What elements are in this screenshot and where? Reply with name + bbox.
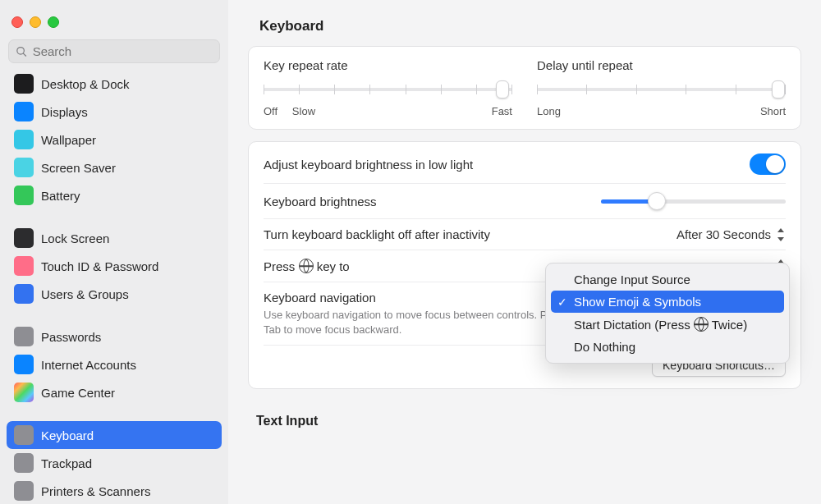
menu-item[interactable]: Change Input Source	[551, 268, 784, 291]
sidebar-item-keyboard[interactable]: Keyboard	[7, 421, 222, 449]
svg-point-0	[17, 47, 25, 54]
sidebar-item-printers-scanners[interactable]: Printers & Scanners	[7, 477, 222, 504]
keyboard-brightness-slider[interactable]	[601, 192, 786, 210]
text-input-header: Text Input	[228, 401, 821, 437]
window-controls	[0, 10, 228, 39]
displays-icon	[14, 102, 34, 121]
screensaver-icon	[14, 158, 34, 177]
row-backlight-off: Turn keyboard backlight off after inacti…	[264, 218, 786, 250]
users-icon	[14, 284, 34, 304]
row-keyboard-brightness: Keyboard brightness	[264, 183, 786, 218]
sidebar-item-lock-screen[interactable]: Lock Screen	[7, 224, 222, 252]
system-settings-window: Desktop & DockDisplaysWallpaperScreen Sa…	[0, 0, 821, 504]
globe-icon	[694, 317, 709, 332]
wallpaper-icon	[14, 130, 34, 149]
sidebar-item-screen-saver[interactable]: Screen Saver	[7, 153, 222, 181]
delay-slider[interactable]	[537, 80, 786, 99]
page-header: Keyboard	[228, 0, 821, 46]
menu-item[interactable]: Do Nothing	[551, 336, 784, 358]
key-repeat-label: Key repeat rate	[264, 58, 512, 72]
sidebar-item-label: Game Center	[41, 386, 115, 400]
menu-item[interactable]: ✓Show Emoji & Symbols	[551, 291, 784, 313]
sidebar-item-label: Users & Groups	[41, 287, 129, 301]
sidebar-item-battery[interactable]: Battery	[7, 181, 222, 209]
sidebar-item-label: Printers & Scanners	[41, 484, 150, 498]
sidebar-item-touch-id-password[interactable]: Touch ID & Password	[7, 252, 222, 280]
page-title: Keyboard	[259, 18, 821, 34]
check-icon: ✓	[557, 296, 567, 309]
gamecenter-icon	[14, 383, 34, 402]
sidebar-item-label: Internet Accounts	[41, 358, 136, 372]
sidebar-item-desktop-dock[interactable]: Desktop & Dock	[7, 70, 222, 98]
fullscreen-icon[interactable]	[48, 16, 59, 28]
sidebar-item-wallpaper[interactable]: Wallpaper	[7, 126, 222, 153]
sidebar-item-trackpad[interactable]: Trackpad	[7, 449, 222, 477]
backlight-off-dropdown[interactable]: After 30 Seconds	[677, 227, 786, 241]
desktop-dock-icon	[14, 74, 34, 94]
sidebar-item-label: Screen Saver	[41, 161, 116, 175]
search-input[interactable]	[33, 44, 213, 58]
label-off: Off	[264, 105, 277, 117]
lock-icon	[14, 228, 34, 248]
sidebar-item-label: Keyboard	[41, 428, 94, 442]
key-repeat-slider[interactable]	[264, 80, 512, 99]
sidebar-item-passwords[interactable]: Passwords	[7, 323, 222, 351]
label-long: Long	[537, 105, 561, 117]
label-fast: Fast	[492, 105, 512, 117]
sidebar: Desktop & DockDisplaysWallpaperScreen Sa…	[0, 0, 228, 504]
sidebar-item-displays[interactable]: Displays	[7, 98, 222, 126]
internet-icon	[14, 355, 34, 374]
sidebar-list: Desktop & DockDisplaysWallpaperScreen Sa…	[0, 70, 228, 504]
delay-column: Delay until repeat Long Short	[537, 58, 786, 117]
toggle-brightness-low-light[interactable]	[750, 153, 786, 175]
globe-key-menu[interactable]: Change Input Source✓Show Emoji & Symbols…	[545, 263, 790, 364]
trackpad-icon	[14, 453, 34, 473]
battery-icon	[14, 186, 34, 205]
search-field[interactable]	[8, 39, 220, 63]
touchid-icon	[14, 256, 34, 276]
sidebar-item-label: Lock Screen	[41, 231, 109, 245]
sidebar-item-label: Desktop & Dock	[41, 77, 130, 91]
menu-item[interactable]: Start Dictation (Press Twice)	[551, 313, 784, 336]
chevron-updown-icon	[776, 228, 786, 241]
sidebar-item-label: Touch ID & Password	[41, 259, 158, 273]
delay-label: Delay until repeat	[537, 58, 786, 72]
sidebar-item-game-center[interactable]: Game Center	[7, 378, 222, 406]
sidebar-item-label: Battery	[41, 189, 80, 203]
row-brightness-low-light: Adjust keyboard brightness in low light	[264, 145, 786, 183]
key-icon	[14, 327, 34, 346]
printers-icon	[14, 481, 34, 501]
close-icon[interactable]	[11, 16, 23, 28]
label-short: Short	[760, 105, 786, 117]
sliders-panel: Key repeat rate Off Slow Fast Delay unti…	[248, 46, 801, 130]
sidebar-item-label: Displays	[41, 105, 88, 119]
sidebar-item-internet-accounts[interactable]: Internet Accounts	[7, 351, 222, 378]
sidebar-item-label: Wallpaper	[41, 133, 96, 147]
sidebar-item-label: Passwords	[41, 330, 101, 344]
key-repeat-column: Key repeat rate Off Slow Fast	[264, 58, 512, 117]
minimize-icon[interactable]	[30, 16, 41, 28]
sidebar-item-label: Trackpad	[41, 456, 92, 470]
svg-line-1	[23, 53, 26, 56]
sidebar-item-users-groups[interactable]: Users & Groups	[7, 280, 222, 308]
content-area: Keyboard Key repeat rate Off Slow Fast	[228, 0, 821, 504]
keyboard-icon	[14, 425, 34, 445]
label-slow: Slow	[292, 105, 315, 117]
search-icon	[16, 45, 28, 58]
globe-icon	[299, 259, 314, 273]
